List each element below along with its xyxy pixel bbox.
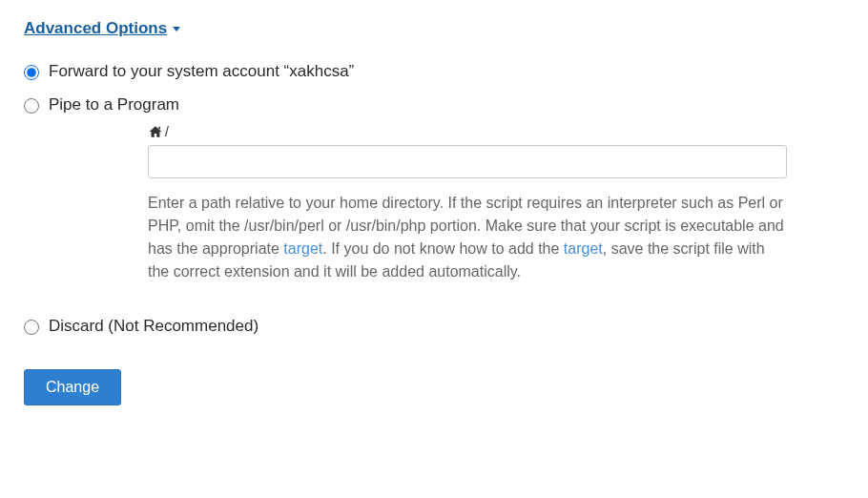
change-button[interactable]: Change: [24, 369, 121, 405]
home-path-prefix: /: [148, 124, 787, 139]
caret-down-icon: [173, 27, 180, 31]
radio-pipe-label[interactable]: Pipe to a Program: [49, 95, 179, 114]
radio-discard-label[interactable]: Discard (Not Recommended): [49, 317, 258, 336]
option-forward: Forward to your system account “xakhcsa”: [24, 62, 844, 81]
target-link-2[interactable]: target: [564, 240, 603, 257]
home-icon: [148, 125, 163, 138]
home-slash: /: [165, 124, 169, 139]
radio-discard[interactable]: [24, 320, 39, 335]
advanced-options-label: Advanced Options: [24, 19, 167, 38]
pipe-config-block: / Enter a path relative to your home dir…: [148, 124, 787, 283]
radio-forward[interactable]: [24, 65, 39, 80]
pipe-help-text: Enter a path relative to your home direc…: [148, 192, 787, 283]
advanced-options-toggle[interactable]: Advanced Options: [24, 19, 180, 38]
radio-forward-label[interactable]: Forward to your system account “xakhcsa”: [49, 62, 354, 81]
pipe-path-input[interactable]: [148, 145, 787, 178]
radio-pipe[interactable]: [24, 98, 39, 114]
help-text-part-2: . If you do not know how to add the: [322, 240, 564, 257]
option-pipe: Pipe to a Program: [24, 95, 844, 114]
option-discard: Discard (Not Recommended): [24, 317, 844, 336]
target-link-1[interactable]: target: [283, 240, 322, 257]
